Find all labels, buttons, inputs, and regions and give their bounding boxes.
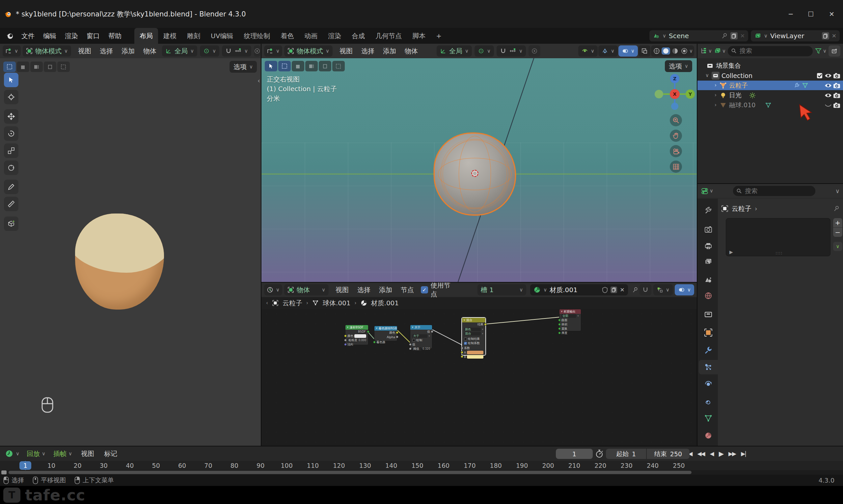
breadcrumb-object[interactable]: 云粒子 <box>282 299 302 308</box>
use-nodes-checkbox[interactable]: ✓ <box>421 286 428 293</box>
workspace-tab[interactable]: 雕刻 <box>182 28 205 44</box>
eye-closed-icon[interactable] <box>824 102 832 109</box>
shading-solid-icon[interactable] <box>661 47 670 55</box>
outliner-display-mode[interactable]: ∨ <box>714 47 726 55</box>
node-clamp-checkbox[interactable]: 钳制 <box>410 338 432 342</box>
node-input-row[interactable]: 置换 <box>560 327 581 331</box>
node-header[interactable]: ∨着色器转RGB <box>374 326 397 331</box>
pin-icon[interactable] <box>833 205 840 212</box>
tab-tool[interactable] <box>700 203 717 218</box>
sun-data-icon[interactable] <box>748 92 757 99</box>
pin-icon[interactable] <box>632 287 638 293</box>
cloud-object-preview[interactable] <box>75 214 164 310</box>
node-input-a[interactable]: A <box>462 350 485 355</box>
node-input-shader[interactable]: 着色器 <box>374 340 397 344</box>
minimize-button[interactable]: ─ <box>789 10 793 18</box>
socket-in[interactable] <box>558 319 561 321</box>
shader-type-selector[interactable]: 物体 ∨ <box>284 284 329 295</box>
clamp-factor-checkbox[interactable]: ✓ <box>464 342 467 345</box>
fake-user-shield-icon[interactable] <box>602 287 608 293</box>
unlink-material-icon[interactable]: ✕ <box>620 287 624 293</box>
mode-selector[interactable]: 物体模式 ∨ <box>23 46 71 57</box>
node-blendmode-dropdown[interactable]: 混合∨ <box>462 331 485 336</box>
list-remove-button[interactable]: − <box>833 228 842 237</box>
tool-measure[interactable] <box>4 197 18 211</box>
outliner-row-metaball[interactable]: › 融球.010 <box>698 100 843 110</box>
navigation-gizmo[interactable]: Z Y X <box>650 69 697 119</box>
node-input-normal[interactable]: 法向 <box>345 342 368 347</box>
workspace-tab[interactable]: 布局 <box>134 28 158 44</box>
copy-material-icon[interactable] <box>610 287 617 293</box>
eye-icon[interactable] <box>824 92 832 99</box>
node-input-factor[interactable]: 系数 <box>462 346 485 350</box>
shader-overlay-active[interactable]: ∨ <box>675 284 694 295</box>
properties-options-chevron[interactable]: ∨ <box>836 188 840 194</box>
editor-type-button[interactable]: ∨ <box>3 46 21 57</box>
workspace-tab[interactable]: 动画 <box>299 28 323 44</box>
camera-toggle-icon[interactable] <box>832 92 841 99</box>
xray-toggle-icon[interactable] <box>638 46 650 57</box>
shading-wireframe-icon[interactable] <box>652 47 661 55</box>
workspace-tab[interactable]: UV编辑 <box>205 28 238 44</box>
socket-value-out[interactable] <box>431 330 433 333</box>
tool-annotate[interactable] <box>4 180 18 194</box>
socket-color-in[interactable] <box>344 335 347 337</box>
shader-menu-item[interactable]: 节点 <box>396 284 418 295</box>
main-menu-item[interactable]: 帮助 <box>104 30 126 41</box>
tool-scale[interactable] <box>4 143 18 158</box>
tool-rotate[interactable] <box>4 126 18 141</box>
workspace-tab[interactable]: 几何节点 <box>370 28 407 44</box>
viewport-left[interactable]: ∨ 物体模式 ∨ 视图选择添加物体 全局∨ ∨ ∨ 选项∨ <box>0 44 261 446</box>
node-header[interactable]: ∨混合 <box>462 318 485 322</box>
node-input-value[interactable]: 值 <box>410 342 432 347</box>
tab-scene[interactable] <box>700 273 717 287</box>
main-menu-item[interactable]: 窗口 <box>82 30 104 41</box>
pivot-point[interactable]: ∨ <box>200 46 219 57</box>
viewport-menu-item[interactable]: 视图 <box>335 46 357 57</box>
node-input-b[interactable]: B <box>462 355 485 359</box>
outliner-search[interactable]: 搜索 <box>728 46 813 56</box>
node-clamp-result[interactable]: 钳制结果 <box>462 337 485 341</box>
expand-arrow[interactable]: ∨ <box>705 73 709 78</box>
socket-bsdf-out[interactable] <box>367 330 369 333</box>
new-collection-button[interactable] <box>828 46 840 57</box>
view-menu[interactable]: 视图 <box>77 448 99 459</box>
tab-view-layer[interactable] <box>700 255 717 269</box>
viewport-left-options[interactable]: 选项∨ <box>229 61 257 73</box>
socket-color-out[interactable] <box>396 331 398 334</box>
node-output-value[interactable]: 值 <box>410 330 432 334</box>
new-scene-icon[interactable] <box>730 32 738 39</box>
node-output-result[interactable]: 结果 <box>462 322 485 327</box>
node-material-output[interactable]: ∨材质输出 全部∨ 曲面体积置换厚度 <box>559 309 581 331</box>
select-circle-mode[interactable] <box>30 61 43 72</box>
workspace-tab[interactable]: + <box>431 28 447 44</box>
node-datatype-dropdown[interactable]: 颜色∨ <box>462 327 485 331</box>
camera-toggle-icon[interactable] <box>832 102 841 109</box>
snapping-magnet-icon[interactable] <box>639 284 651 295</box>
node-output-bsdf[interactable]: BSDF <box>345 330 368 334</box>
properties-type-button[interactable]: ∨ <box>701 187 713 195</box>
socket-in[interactable] <box>558 331 561 334</box>
tool-transform[interactable] <box>4 161 18 175</box>
expand-arrow[interactable]: › <box>715 93 717 98</box>
region-collapse-arrow[interactable]: ‹ <box>258 77 260 85</box>
pin-icon[interactable] <box>721 33 728 39</box>
eye-icon[interactable] <box>824 72 832 79</box>
scrollbar-handle-left[interactable] <box>1 470 6 474</box>
select-box-mode[interactable] <box>278 61 291 71</box>
viewport-menu-item[interactable]: 选择 <box>357 46 379 57</box>
viewport-menu-item[interactable]: 物体 <box>139 46 161 57</box>
outliner-type-button[interactable]: ∨ <box>700 47 712 55</box>
eye-icon[interactable] <box>824 82 832 89</box>
tab-material[interactable] <box>700 428 717 443</box>
tool-cursor[interactable] <box>4 90 18 104</box>
workspace-tab[interactable]: 纹理绘制 <box>238 28 275 44</box>
node-header[interactable]: ∨漫射BSDF <box>345 325 368 330</box>
outliner-row-light[interactable]: › 日光 <box>698 90 843 100</box>
current-frame-badge[interactable]: 1 <box>19 461 31 470</box>
tab-constraints[interactable] <box>700 394 717 409</box>
next-keyframe-button[interactable]: ▶▶ <box>726 450 738 457</box>
particle-system-list[interactable]: ▶ :::: <box>726 218 830 256</box>
socket-value-in[interactable] <box>409 343 412 346</box>
node-output-alpha[interactable]: Alpha <box>374 335 397 339</box>
